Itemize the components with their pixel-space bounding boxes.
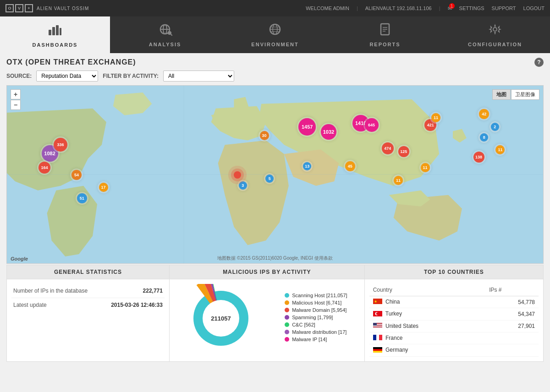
svg-rect-39 <box>376 335 379 340</box>
map-marker[interactable]: 3 <box>239 181 247 190</box>
environment-icon <box>268 23 282 39</box>
nav-analysis[interactable]: ANALYSIS <box>110 16 220 53</box>
map-marker[interactable]: 2 <box>491 123 499 131</box>
support-link[interactable]: SUPPORT <box>492 5 516 11</box>
legend-dot <box>285 308 289 312</box>
country-flag: ★ <box>373 299 382 305</box>
country-name: China <box>385 299 400 305</box>
map-marker[interactable]: 645 <box>365 118 379 132</box>
ips-cell: 27,901 <box>485 320 539 332</box>
legend-dot <box>285 322 289 327</box>
pie-chart-panel: MALICIOUS IPS BY ACTIVITY <box>170 265 365 361</box>
nav-reports-label: REPORTS <box>369 42 400 47</box>
map-marker[interactable]: 474 <box>382 142 394 154</box>
pie-content: 211057 Scanning Host [211,057] Malicious… <box>170 279 364 357</box>
map-type-satellite[interactable]: 卫星图像 <box>511 89 539 100</box>
configuration-icon <box>488 23 502 39</box>
map-marker-pulse[interactable] <box>234 171 241 179</box>
country-name: Turkey <box>385 310 402 317</box>
legend-item: Scanning Host [211,057] <box>285 293 347 298</box>
map-type-map[interactable]: 地图 <box>492 89 511 100</box>
svg-rect-0 <box>49 30 51 35</box>
legend-item: Malware Domain [5,954] <box>285 307 347 313</box>
zoom-in-button[interactable]: + <box>11 89 21 99</box>
pie-chart-header: MALICIOUS IPS BY ACTIVITY <box>170 265 364 279</box>
nav-configuration-label: CONFIGURATION <box>468 42 522 47</box>
map-marker[interactable]: 1457 <box>298 118 316 136</box>
map-marker[interactable]: 17 <box>99 183 108 192</box>
nav-environment[interactable]: ENVIRONMENT <box>220 16 330 53</box>
dashboards-icon <box>48 23 62 39</box>
google-logo: Google <box>11 256 28 261</box>
countries-table: Country IPs # ★ China 54,778 Turkey 54,3… <box>369 284 539 357</box>
map-marker[interactable]: 42 <box>479 109 489 119</box>
welcome-text: WELCOME ADMIN <box>306 5 349 11</box>
col-country: Country <box>369 284 486 296</box>
table-row: France <box>369 332 539 344</box>
map-marker[interactable]: 11 <box>421 163 430 172</box>
svg-rect-37 <box>373 323 377 326</box>
stat-value-1: 2015-03-26 12:46:33 <box>111 302 163 308</box>
top-bar-right: WELCOME ADMIN | ALIENVAULT 192.168.11.10… <box>306 5 544 11</box>
map-marker[interactable]: 11 <box>495 145 505 154</box>
zoom-out-button[interactable]: − <box>11 100 21 110</box>
nav-reports[interactable]: REPORTS <box>330 16 440 53</box>
country-name: Germany <box>385 347 408 353</box>
svg-rect-3 <box>60 28 61 35</box>
activity-select[interactable]: All Scanning Host Malicious Host Malware… <box>163 71 234 82</box>
map-marker[interactable]: 125 <box>398 146 409 157</box>
country-cell: Germany <box>369 344 486 356</box>
settings-link[interactable]: SETTINGS <box>459 5 484 11</box>
map-marker[interactable]: 8 <box>480 133 488 142</box>
countries-tbody: ★ China 54,778 Turkey 54,347 United Stat… <box>369 296 539 357</box>
nav-dashboards[interactable]: DASHBOARDS <box>0 16 110 53</box>
table-row: Turkey 54,347 <box>369 308 539 320</box>
country-flag <box>373 311 382 318</box>
table-row: Germany <box>369 344 539 356</box>
source-select[interactable]: Reputation Data OTX Pulses <box>36 71 98 82</box>
help-button[interactable]: ? <box>534 58 544 67</box>
mail-icon[interactable]: ✉ 1 <box>448 5 452 11</box>
map-marker[interactable]: 30 <box>260 131 269 140</box>
legend-dot <box>285 300 289 305</box>
top-bar: O V + ALIEN VAULT OSSIM WELCOME ADMIN | … <box>0 0 550 16</box>
map-marker[interactable]: 5 <box>265 174 274 183</box>
map-marker[interactable]: 13 <box>303 162 311 170</box>
brand-name: ALIEN VAULT OSSIM <box>37 6 89 11</box>
country-cell: ★ China <box>369 296 486 308</box>
stat-row-1: Latest update 2015-03-26 12:46:33 <box>11 298 165 312</box>
map-marker[interactable]: 11 <box>431 113 440 122</box>
ips-cell: 54,778 <box>485 296 539 308</box>
map-container[interactable]: + − 地图 卫星图像 Google 地图数据 ©2015 GS(2011)60… <box>6 85 544 264</box>
svg-rect-36 <box>373 327 382 327</box>
map-marker[interactable]: 164 <box>38 162 50 174</box>
analysis-icon <box>158 23 172 39</box>
main-nav: DASHBOARDS ANALYSIS ENVIRONMENT <box>0 16 550 53</box>
map-marker[interactable]: 336 <box>54 138 67 152</box>
filter-label: FILTER BY ACTIVITY: <box>103 73 159 79</box>
svg-point-32 <box>376 312 379 315</box>
general-stats-header: GENERAL STATISTICS <box>7 265 169 279</box>
stat-label-1: Latest update <box>13 302 47 308</box>
table-row: United States 27,901 <box>369 320 539 332</box>
map-marker[interactable]: 54 <box>72 170 82 180</box>
map-controls: + − <box>11 89 21 110</box>
stat-value-0: 222,771 <box>143 288 163 294</box>
legend-label: Malware distribution [17] <box>292 329 346 335</box>
logout-link[interactable]: LOGOUT <box>523 5 544 11</box>
map-marker[interactable]: 11 <box>394 176 403 185</box>
map-marker[interactable]: 45 <box>345 161 355 171</box>
logo-box-2: V <box>15 4 23 12</box>
svg-rect-2 <box>56 25 59 35</box>
legend-dot <box>285 293 289 298</box>
ips-cell <box>485 344 539 356</box>
ips-cell: 54,347 <box>485 308 539 320</box>
map-marker[interactable]: 1032 <box>321 124 336 140</box>
svg-rect-40 <box>379 335 382 340</box>
map-marker[interactable]: 138 <box>473 152 484 163</box>
nav-configuration[interactable]: CONFIGURATION <box>440 16 550 53</box>
brand: O V + ALIEN VAULT OSSIM <box>6 4 89 12</box>
sep1: | <box>357 5 358 11</box>
map-marker[interactable]: 51 <box>77 193 87 203</box>
legend-label: Malware IP [14] <box>292 337 327 342</box>
